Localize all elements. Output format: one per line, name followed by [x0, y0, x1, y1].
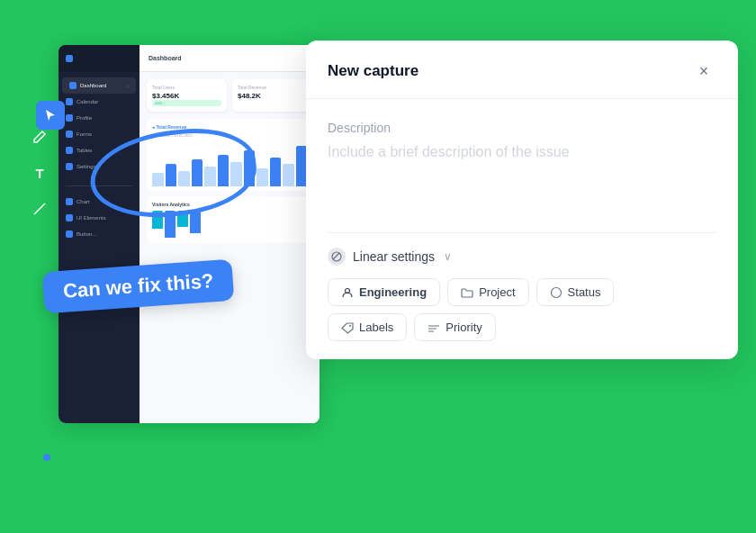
- status-tag[interactable]: Status: [536, 278, 615, 306]
- dash-bar-8: [244, 150, 256, 186]
- modal-close-button[interactable]: ×: [691, 59, 716, 84]
- svg-point-1: [332, 252, 341, 261]
- dash-bar-6: [218, 155, 230, 186]
- dash-nav-calendar: Calendar: [58, 94, 140, 110]
- dash-bar-4: [192, 159, 203, 186]
- dash-nav-ui-label: UI Elements: [76, 215, 106, 221]
- folder-icon: [461, 286, 473, 299]
- dash-visitors-label: Visitors Analytics: [152, 202, 307, 207]
- dash-sidebar-header: [58, 45, 140, 72]
- priority-tag[interactable]: Priority: [414, 313, 495, 341]
- modal-divider: [328, 232, 716, 233]
- svg-line-0: [34, 203, 45, 214]
- svg-point-3: [551, 287, 561, 297]
- dash-nav-ui-dot: [66, 214, 73, 221]
- svg-point-4: [349, 325, 351, 327]
- dash-chart-label: ● Total Revenue: [152, 124, 307, 130]
- dash-visitors-bars: [152, 211, 307, 238]
- toolbar-dot: [43, 454, 50, 461]
- dash-topbar-title: Dashboard: [148, 55, 182, 61]
- dash-visitors: Visitors Analytics: [147, 196, 312, 243]
- dash-cards: Total Users $3.456K 4.63 ↑ Total Revenue…: [140, 72, 320, 119]
- dash-bar-3: [178, 171, 190, 187]
- modal-dialog: New capture × Description Include a brie…: [306, 41, 738, 359]
- dash-nav-settings-label: Settings: [76, 164, 96, 169]
- person-icon: [341, 286, 354, 299]
- modal-settings-label[interactable]: Linear settings: [353, 249, 435, 264]
- dash-nav-button-label: Button...: [76, 231, 96, 237]
- dash-nav-cal-dot: [66, 98, 73, 105]
- circle-icon: [550, 286, 562, 299]
- dash-bar-5: [204, 167, 216, 187]
- project-tag[interactable]: Project: [447, 278, 528, 306]
- line-tool-icon[interactable]: [29, 198, 50, 220]
- chevron-down-icon[interactable]: ∨: [444, 250, 452, 263]
- modal-settings-row: Linear settings ∨: [328, 248, 716, 266]
- tag-icon: [341, 321, 354, 334]
- modal-title: New capture: [328, 62, 418, 80]
- dash-nav-dashboard-label: Dashboard: [80, 83, 106, 88]
- labels-tag[interactable]: Labels: [328, 313, 407, 341]
- dash-vis-bar-1: [152, 211, 163, 229]
- dash-card-revenue-label: Total Revenue: [238, 85, 307, 90]
- modal-header: New capture ×: [306, 41, 738, 99]
- modal-body: Description Include a brief description …: [306, 99, 738, 359]
- dash-bar-7: [230, 162, 242, 187]
- linear-svg-icon: [331, 251, 342, 262]
- dash-chart: ● Total Revenue 12.04.2023 – 12.05.2023: [147, 119, 312, 191]
- dash-nav-calendar-label: Calendar: [76, 99, 98, 104]
- dash-nav-chart: Chart: [58, 194, 140, 210]
- dash-card-revenue-value: $48.2K: [238, 92, 307, 100]
- priority-tag-label: Priority: [446, 321, 482, 334]
- dash-nav-ui: UI Elements: [58, 210, 140, 226]
- dash-card-users-label: Total Users: [152, 85, 221, 90]
- priority-icon: [428, 321, 440, 334]
- dash-topbar: Dashboard: [140, 45, 320, 72]
- dash-card-users: Total Users $3.456K 4.63 ↑: [147, 79, 227, 112]
- modal-description-label: Description: [328, 121, 716, 135]
- linear-icon: [328, 248, 346, 266]
- dash-card-revenue: Total Revenue $48.2K: [232, 79, 312, 112]
- dashboard-screenshot: Dashboard › Calendar Profile Forms Table…: [58, 45, 320, 423]
- dash-nav-dashboard: Dashboard ›: [62, 77, 136, 94]
- pen-icon: [32, 130, 47, 144]
- dash-nav-tables: Tables: [58, 142, 140, 158]
- dash-vis-bar-4: [190, 211, 201, 233]
- dash-bar-11: [283, 164, 294, 186]
- dash-sidebar-divider: [66, 185, 132, 186]
- left-toolbar: T: [29, 90, 50, 220]
- dash-nav-forms-label: Forms: [76, 131, 92, 137]
- dash-bar-9: [256, 168, 268, 186]
- dash-chart-date: 12.04.2023 – 12.05.2023: [152, 133, 307, 138]
- close-icon: ×: [699, 62, 709, 81]
- dash-nav-settings: Settings: [58, 158, 140, 175]
- dash-nav-tables-label: Tables: [76, 148, 92, 153]
- pen-tool-icon[interactable]: [29, 126, 50, 148]
- status-tag-label: Status: [568, 285, 601, 299]
- dash-card-users-badge: 4.63 ↑: [152, 100, 221, 106]
- dash-main: Dashboard Total Users $3.456K 4.63 ↑ Tot…: [140, 45, 320, 423]
- dash-nav-dot: [69, 82, 76, 89]
- dash-vis-bar-2: [165, 211, 176, 238]
- dash-bar-10: [270, 158, 282, 187]
- dash-nav-profile-dot: [66, 114, 73, 122]
- labels-tag-label: Labels: [359, 321, 393, 334]
- dash-nav-button: Button...: [58, 226, 140, 242]
- dash-nav-chart-label: Chart: [76, 199, 90, 204]
- dash-logo: [66, 55, 73, 62]
- project-tag-label: Project: [479, 285, 515, 299]
- dash-nav-tables-dot: [66, 147, 73, 154]
- modal-description-placeholder[interactable]: Include a brief description of the issue: [328, 144, 716, 160]
- text-tool-icon[interactable]: T: [29, 162, 50, 184]
- dash-nav-forms: Forms: [58, 126, 140, 142]
- modal-tags-row-2: Labels Priority: [328, 313, 716, 341]
- dash-nav-settings-dot: [66, 163, 73, 170]
- text-icon: T: [35, 166, 43, 181]
- dash-chart-bars: [152, 141, 307, 186]
- dash-nav-forms-dot: [66, 131, 73, 138]
- engineering-tag[interactable]: Engineering: [328, 278, 440, 306]
- dash-nav-chart-dot: [66, 198, 73, 205]
- engineering-tag-label: Engineering: [359, 285, 427, 299]
- dash-card-users-value: $3.456K: [152, 92, 221, 100]
- dash-vis-bar-3: [177, 211, 188, 227]
